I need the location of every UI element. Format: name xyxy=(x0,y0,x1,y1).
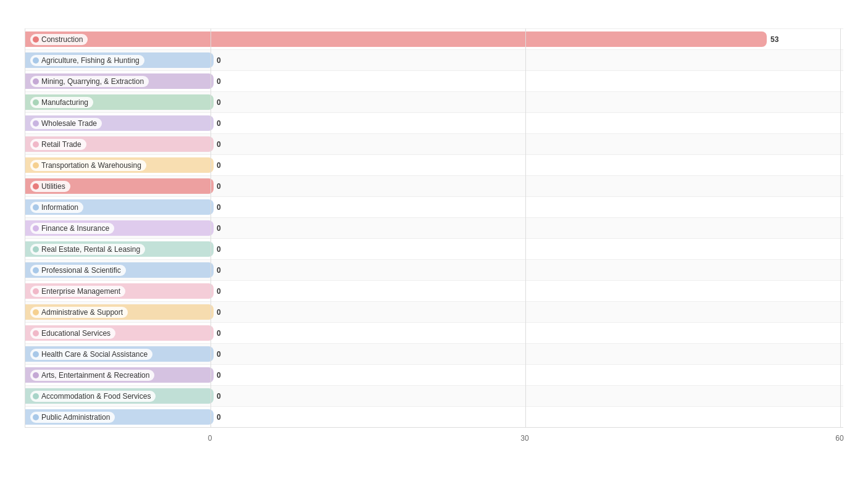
bar-label-text: Agriculture, Fishing & Hunting xyxy=(41,56,140,65)
bar-row: Mining, Quarrying, & Extraction0 xyxy=(25,70,843,91)
bar-row: Transportation & Warehousing0 xyxy=(25,154,843,175)
x-axis: 03060 xyxy=(25,431,840,446)
bar-label: Public Administration xyxy=(25,407,119,427)
bar-label-text: Wholesale Trade xyxy=(41,119,97,128)
bar-row: Real Estate, Rental & Leasing0 xyxy=(25,238,843,259)
bar-label: Arts, Entertainment & Recreation xyxy=(25,365,158,385)
bar-label-text: Public Administration xyxy=(41,413,110,422)
bar-label-text: Accommodation & Food Services xyxy=(41,392,151,401)
x-axis-tick: 0 xyxy=(208,434,212,443)
bar-label-text: Enterprise Management xyxy=(41,287,120,296)
bar-label: Mining, Quarrying, & Extraction xyxy=(25,71,152,91)
dot-icon xyxy=(33,120,39,127)
bar-value-label: 0 xyxy=(217,413,221,422)
bar-label-text: Administrative & Support xyxy=(41,308,123,317)
dot-icon xyxy=(33,414,39,420)
bar-row: Professional & Scientific0 xyxy=(25,259,843,280)
bar-row: Finance & Insurance0 xyxy=(25,217,843,238)
dot-icon xyxy=(33,372,39,378)
bar-label-text: Information xyxy=(41,203,78,212)
bar-label: Utilities xyxy=(25,176,74,196)
bar-label-text: Transportation & Warehousing xyxy=(41,161,141,170)
dot-icon xyxy=(33,204,39,210)
dot-icon xyxy=(33,225,39,231)
dot-icon xyxy=(33,393,39,399)
bar-label: Enterprise Management xyxy=(25,281,129,301)
bar-label: Wholesale Trade xyxy=(25,113,106,133)
bar-value-label: 0 xyxy=(217,350,221,359)
dot-icon xyxy=(33,246,39,252)
bar-value-label: 0 xyxy=(217,140,221,149)
bar-label-text: Real Estate, Rental & Leasing xyxy=(41,245,140,254)
dot-icon xyxy=(33,351,39,357)
bar-row: Administrative & Support0 xyxy=(25,301,843,322)
bar-row: Utilities0 xyxy=(25,175,843,196)
x-axis-tick: 60 xyxy=(835,434,843,443)
bar-label-text: Construction xyxy=(41,35,83,44)
dot-icon xyxy=(33,78,39,85)
bar-label: Manufacturing xyxy=(25,92,97,112)
bar-value-label: 0 xyxy=(217,266,221,275)
dot-icon xyxy=(33,57,39,64)
x-axis-tick: 30 xyxy=(520,434,528,443)
bar-row: Wholesale Trade0 xyxy=(25,112,843,133)
bar-row: Manufacturing0 xyxy=(25,91,843,112)
bar-value-label: 0 xyxy=(217,203,221,212)
bar-value-label: 0 xyxy=(217,329,221,338)
dot-icon xyxy=(33,330,39,336)
bar-value-label: 0 xyxy=(217,308,221,317)
bar-value-label: 0 xyxy=(217,98,221,107)
bar-label-text: Arts, Entertainment & Recreation xyxy=(41,371,149,380)
bar-value-label: 0 xyxy=(217,119,221,128)
bar-label-text: Retail Trade xyxy=(41,140,81,149)
bar-label: Educational Services xyxy=(25,323,119,343)
bar-label: Construction xyxy=(25,29,91,49)
bar-label-text: Utilities xyxy=(41,182,65,191)
bar-value-label: 0 xyxy=(217,392,221,401)
chart-container: Construction53Agriculture, Fishing & Hun… xyxy=(12,12,856,471)
bar-label: Professional & Scientific xyxy=(25,260,130,280)
bar-value-label: 0 xyxy=(217,245,221,254)
bar-value-label: 0 xyxy=(217,77,221,86)
dot-icon xyxy=(33,99,39,106)
grid-line xyxy=(211,28,211,427)
dot-icon xyxy=(33,183,39,190)
bar-row: Arts, Entertainment & Recreation0 xyxy=(25,364,843,385)
dot-icon xyxy=(33,267,39,273)
bar-label: Finance & Insurance xyxy=(25,218,118,238)
bar-row: Retail Trade0 xyxy=(25,133,843,154)
chart-area: Construction53Agriculture, Fishing & Hun… xyxy=(25,28,843,428)
bar-label: Administrative & Support xyxy=(25,302,131,322)
bar-label: Retail Trade xyxy=(25,134,90,154)
bar-value-label: 0 xyxy=(217,56,221,65)
grid-line xyxy=(525,28,526,427)
grid-line xyxy=(840,28,841,427)
bar-row: Accommodation & Food Services0 xyxy=(25,385,843,406)
bar-value-label: 53 xyxy=(770,35,778,44)
bar-row: Construction53 xyxy=(25,28,843,49)
bar-label-text: Finance & Insurance xyxy=(41,224,109,233)
dot-icon xyxy=(33,162,39,169)
bar-value-label: 0 xyxy=(217,287,221,296)
dot-icon xyxy=(33,141,39,148)
bar-label-text: Manufacturing xyxy=(41,98,88,107)
bar-row: Enterprise Management0 xyxy=(25,280,843,301)
bar-label: Agriculture, Fishing & Hunting xyxy=(25,50,148,70)
bar-track xyxy=(25,31,767,47)
bar-label-text: Mining, Quarrying, & Extraction xyxy=(41,77,144,86)
bar-label: Transportation & Warehousing xyxy=(25,155,150,175)
bar-label-text: Professional & Scientific xyxy=(41,266,121,275)
bar-row: Information0 xyxy=(25,196,843,217)
dot-icon xyxy=(33,288,39,294)
dot-icon xyxy=(33,36,39,43)
bar-row: Public Administration0 xyxy=(25,406,843,427)
bar-label: Accommodation & Food Services xyxy=(25,386,159,406)
bar-row: Health Care & Social Assistance0 xyxy=(25,343,843,364)
bar-row: Educational Services0 xyxy=(25,322,843,343)
bar-label: Health Care & Social Assistance xyxy=(25,344,156,364)
bar-label-text: Health Care & Social Assistance xyxy=(41,350,148,359)
bar-value-label: 0 xyxy=(217,371,221,380)
bar-label: Information xyxy=(25,197,87,217)
bar-value-label: 0 xyxy=(217,161,221,170)
dot-icon xyxy=(33,309,39,315)
